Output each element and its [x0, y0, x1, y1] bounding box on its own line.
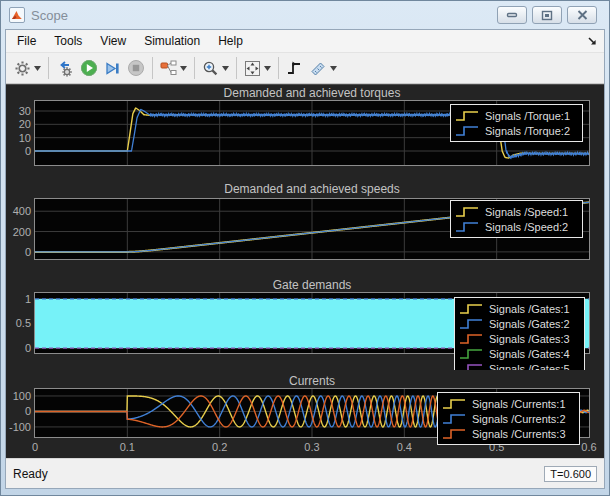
legend-step-icon — [455, 221, 479, 233]
y-tick-label: 10 — [6, 132, 31, 144]
y-tick-label: 1 — [6, 293, 31, 305]
highlight-simulink-block-button[interactable] — [53, 56, 77, 80]
status-text: Ready — [13, 467, 48, 481]
plot-title-torques: Demanded and achieved torques — [35, 87, 589, 100]
legend-chart-2[interactable]: Signals /Gates:1Signals /Gates:2Signals … — [454, 297, 585, 370]
y-tick-label: 30 — [6, 105, 31, 117]
y-tick-label: 400 — [6, 205, 31, 217]
y-tick-label: 0 — [6, 405, 31, 417]
legend-step-icon — [442, 398, 466, 410]
toolbar-separator — [152, 57, 153, 79]
legend-step-icon — [455, 206, 479, 218]
legend-entry: Signals /Torque:1 — [455, 108, 576, 123]
restore-button[interactable] — [532, 6, 562, 24]
minimize-button[interactable] — [497, 6, 527, 24]
toolbar — [6, 53, 604, 84]
x-tick-label: 0 — [32, 441, 38, 453]
legend-label: Signals /Gates:5 — [489, 363, 570, 371]
legend-entry: Signals /Currents:2 — [442, 411, 573, 426]
x-tick-label: 0.2 — [212, 441, 227, 453]
legend-label: Signals /Currents:2 — [472, 413, 566, 425]
fit-to-view-button[interactable] — [241, 56, 274, 80]
close-button[interactable] — [567, 6, 597, 24]
run-button[interactable] — [77, 56, 101, 80]
x-tick-label: 0.4 — [397, 441, 412, 453]
legend-entry: Signals /Currents:1 — [442, 396, 573, 411]
y-tick-label: 100 — [6, 390, 31, 402]
legend-step-icon — [459, 303, 483, 315]
measurements-button[interactable] — [306, 56, 340, 80]
plot-title-speeds: Demanded and achieved speeds — [35, 183, 589, 196]
legend-step-icon — [459, 318, 483, 330]
x-tick-label: 0.3 — [304, 441, 319, 453]
menu-simulation[interactable]: Simulation — [135, 31, 209, 51]
legend-entry: Signals /Torque:2 — [455, 123, 576, 138]
zoom-button[interactable] — [199, 56, 232, 80]
legend-entry: Signals /Currents:3 — [442, 426, 573, 441]
y-tick-label: 0 — [6, 342, 31, 354]
legend-step-icon — [442, 413, 466, 425]
legend-step-icon — [459, 348, 483, 360]
statusbar: Ready T=0.600 — [6, 458, 604, 488]
legend-entry: Signals /Speed:2 — [455, 219, 576, 234]
x-tick-label: 0.6 — [581, 441, 596, 453]
legend-entry: Signals /Gates:2 — [459, 316, 578, 331]
legend-step-icon — [459, 333, 483, 345]
legend-entry: Signals /Gates:3 — [459, 331, 578, 346]
dropdown-arrow-icon — [330, 66, 337, 71]
legend-label: Signals /Torque:1 — [485, 110, 570, 122]
plot-title-gates: Gate demands — [35, 279, 589, 292]
legend-label: Signals /Gates:2 — [489, 318, 570, 330]
legend-label: Signals /Speed:2 — [485, 221, 568, 233]
y-tick-label: 0 — [6, 145, 31, 157]
menu-help[interactable]: Help — [209, 31, 252, 51]
matlab-scope-icon — [9, 7, 25, 23]
legend-label: Signals /Speed:1 — [485, 206, 568, 218]
legend-step-icon — [442, 428, 466, 440]
legend-step-icon — [455, 125, 479, 137]
legend-entry: Signals /Gates:5 — [459, 361, 578, 370]
menubar: File Tools View Simulation Help — [6, 30, 604, 53]
settings-button[interactable] — [11, 56, 44, 80]
legend-entry: Signals /Gates:1 — [459, 301, 578, 316]
legend-chart-3[interactable]: Signals /Currents:1Signals /Currents:2Si… — [437, 392, 580, 445]
simulink-blocks-button[interactable] — [157, 56, 190, 80]
menu-view[interactable]: View — [91, 31, 135, 51]
dock-arrow-icon[interactable] — [587, 36, 604, 46]
titlebar[interactable]: Scope — [5, 1, 605, 29]
scope-window: Scope File Tools View Simulation Help — [0, 0, 610, 496]
dropdown-arrow-icon — [34, 66, 41, 71]
legend-label: Signals /Currents:3 — [472, 428, 566, 440]
toolbar-separator — [194, 57, 195, 79]
trigger-button[interactable] — [283, 56, 306, 80]
legend-label: Signals /Gates:4 — [489, 348, 570, 360]
legend-label: Signals /Torque:2 — [485, 125, 570, 137]
legend-step-icon — [455, 110, 479, 122]
y-tick-label: 0 — [6, 246, 31, 258]
dropdown-arrow-icon — [222, 66, 229, 71]
legend-label: Signals /Gates:1 — [489, 303, 570, 315]
legend-chart-1[interactable]: Signals /Speed:1Signals /Speed:2 — [450, 200, 583, 238]
legend-chart-0[interactable]: Signals /Torque:1Signals /Torque:2 — [450, 104, 583, 142]
y-tick-label: 200 — [6, 226, 31, 238]
scope-display-area[interactable]: Demanded and achieved torques Demanded a… — [6, 84, 604, 458]
legend-entry: Signals /Gates:4 — [459, 346, 578, 361]
toolbar-separator — [236, 57, 237, 79]
menu-tools[interactable]: Tools — [45, 31, 91, 51]
legend-label: Signals /Currents:1 — [472, 398, 566, 410]
dropdown-arrow-icon — [264, 66, 271, 71]
legend-step-icon — [459, 363, 483, 371]
plot-title-currents: Currents — [35, 375, 589, 388]
y-tick-label: -100 — [6, 421, 31, 433]
window-title: Scope — [31, 8, 68, 23]
dropdown-arrow-icon — [180, 66, 187, 71]
step-forward-button[interactable] — [101, 56, 124, 80]
stop-button[interactable] — [124, 56, 148, 80]
simulation-time-readout: T=0.600 — [544, 466, 597, 482]
legend-entry: Signals /Speed:1 — [455, 204, 576, 219]
legend-label: Signals /Gates:3 — [489, 333, 570, 345]
toolbar-separator — [48, 57, 49, 79]
toolbar-separator — [278, 57, 279, 79]
y-tick-label: 20 — [6, 118, 31, 130]
menu-file[interactable]: File — [8, 31, 45, 51]
